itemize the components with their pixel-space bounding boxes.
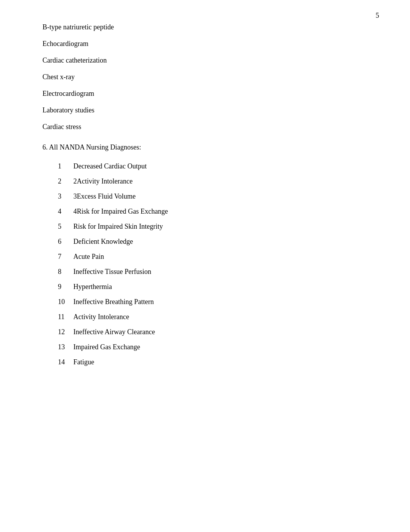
diagnosis-text: Decreased Cardiac Output (73, 162, 147, 170)
diagnosis-item: 7Acute Pain (58, 253, 379, 261)
diagnosis-number: 10 (58, 298, 73, 306)
diagnosis-item: 33Excess Fluid Volume (58, 192, 379, 201)
diagnosis-item: 10Ineffective Breathing Pattern (58, 298, 379, 306)
study-item: Electrocardiogram (42, 90, 379, 98)
diagnosis-text: Acute Pain (73, 253, 104, 261)
diagnoses-list: 1Decreased Cardiac Output22Activity Into… (58, 162, 379, 366)
diagnosis-text: Ineffective Tissue Perfusion (73, 268, 151, 276)
diagnosis-item: 12Ineffective Airway Clearance (58, 328, 379, 336)
study-item: Cardiac stress (42, 123, 379, 131)
diagnosis-text: Ineffective Breathing Pattern (73, 298, 154, 306)
diagnosis-text: Ineffective Airway Clearance (73, 328, 155, 336)
diagnosis-text: 3Excess Fluid Volume (73, 192, 136, 201)
diagnosis-item: 5Risk for Impaired Skin Integrity (58, 223, 379, 231)
study-item: Echocardiogram (42, 40, 379, 48)
diagnosis-item: 22Activity Intolerance (58, 177, 379, 185)
diagnosis-item: 9Hyperthermia (58, 283, 379, 291)
study-item: Chest x-ray (42, 73, 379, 81)
diagnosis-item: 1Decreased Cardiac Output (58, 162, 379, 170)
diagnosis-text: Risk for Impaired Skin Integrity (73, 223, 163, 231)
diagnosis-text: Activity Intolerance (73, 313, 129, 321)
diagnosis-item: 11Activity Intolerance (58, 313, 379, 321)
diagnosis-number: 11 (58, 313, 73, 321)
section-6-heading: 6. All NANDA Nursing Diagnoses: (42, 143, 379, 151)
diagnosis-number: 8 (58, 268, 73, 276)
diagnosis-text: Impaired Gas Exchange (73, 343, 140, 351)
diagnosis-text: 2Activity Intolerance (73, 177, 132, 185)
page-container: 5 B-type natriuretic peptideEchocardiogr… (0, 0, 410, 396)
study-list: B-type natriuretic peptideEchocardiogram… (42, 23, 379, 131)
study-item: Laboratory studies (42, 106, 379, 114)
diagnosis-item: 8Ineffective Tissue Perfusion (58, 268, 379, 276)
diagnosis-item: 6Deficient Knowledge (58, 238, 379, 246)
study-item: B-type natriuretic peptide (42, 23, 379, 31)
diagnosis-text: 4Risk for Impaired Gas Exchange (73, 207, 168, 216)
diagnosis-number: 9 (58, 283, 73, 291)
diagnosis-text: Deficient Knowledge (73, 238, 133, 246)
diagnosis-number: 6 (58, 238, 73, 246)
diagnosis-item: 13Impaired Gas Exchange (58, 343, 379, 351)
diagnosis-text: Hyperthermia (73, 283, 112, 291)
diagnosis-number: 5 (58, 223, 73, 231)
study-item: Cardiac catheterization (42, 56, 379, 65)
diagnosis-number: 7 (58, 253, 73, 261)
diagnosis-number: 1 (58, 162, 73, 170)
diagnosis-number: 14 (58, 358, 73, 366)
diagnoses-section: 6. All NANDA Nursing Diagnoses: 1Decreas… (42, 143, 379, 366)
diagnosis-number: 4 (58, 207, 73, 216)
diagnosis-number: 2 (58, 177, 73, 185)
diagnosis-text: Fatigue (73, 358, 94, 366)
diagnosis-item: 14Fatigue (58, 358, 379, 366)
diagnosis-number: 12 (58, 328, 73, 336)
diagnosis-item: 44Risk for Impaired Gas Exchange (58, 207, 379, 216)
diagnosis-number: 3 (58, 192, 73, 201)
diagnosis-number: 13 (58, 343, 73, 351)
page-number: 5 (376, 12, 379, 20)
